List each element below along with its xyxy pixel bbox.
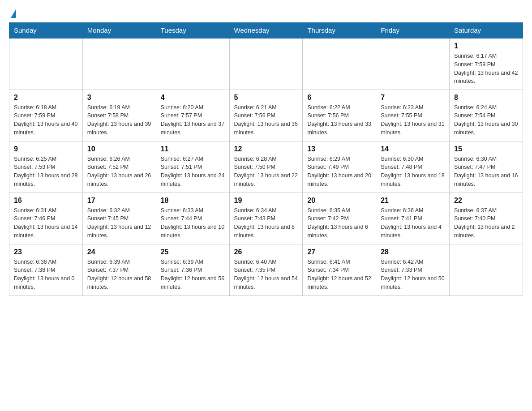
calendar-day-cell: 25Sunrise: 6:39 AMSunset: 7:36 PMDayligh… <box>156 244 229 295</box>
calendar-day-cell: 9Sunrise: 6:25 AMSunset: 7:53 PMDaylight… <box>9 141 83 193</box>
calendar-day-cell: 6Sunrise: 6:22 AMSunset: 7:56 PMDaylight… <box>303 90 376 141</box>
day-info: Sunrise: 6:27 AMSunset: 7:51 PMDaylight:… <box>161 155 225 188</box>
day-number: 12 <box>234 145 298 153</box>
day-number: 22 <box>454 197 518 205</box>
day-number: 1 <box>454 42 518 50</box>
calendar-day-cell: 14Sunrise: 6:30 AMSunset: 7:48 PMDayligh… <box>376 141 450 193</box>
day-number: 9 <box>14 145 78 153</box>
day-info: Sunrise: 6:30 AMSunset: 7:48 PMDaylight:… <box>381 155 445 188</box>
day-info: Sunrise: 6:35 AMSunset: 7:42 PMDaylight:… <box>307 206 371 240</box>
day-of-week-header: Tuesday <box>156 23 229 39</box>
calendar-day-cell: 11Sunrise: 6:27 AMSunset: 7:51 PMDayligh… <box>156 141 229 193</box>
calendar-day-cell: 26Sunrise: 6:40 AMSunset: 7:35 PMDayligh… <box>229 244 303 295</box>
day-number: 19 <box>234 197 298 205</box>
calendar-day-cell: 5Sunrise: 6:21 AMSunset: 7:56 PMDaylight… <box>229 90 303 141</box>
day-info: Sunrise: 6:26 AMSunset: 7:52 PMDaylight:… <box>87 155 151 188</box>
calendar-week-row: 2Sunrise: 6:18 AMSunset: 7:59 PMDaylight… <box>9 90 523 141</box>
calendar-day-cell: 18Sunrise: 6:33 AMSunset: 7:44 PMDayligh… <box>156 193 229 244</box>
calendar-day-cell: 22Sunrise: 6:37 AMSunset: 7:40 PMDayligh… <box>450 193 523 244</box>
calendar-day-cell <box>450 244 523 295</box>
logo-triangle-icon <box>11 9 16 18</box>
day-info: Sunrise: 6:19 AMSunset: 7:58 PMDaylight:… <box>87 103 151 137</box>
calendar-day-cell: 12Sunrise: 6:28 AMSunset: 7:50 PMDayligh… <box>229 141 303 193</box>
day-number: 17 <box>87 197 151 205</box>
calendar-day-cell: 19Sunrise: 6:34 AMSunset: 7:43 PMDayligh… <box>229 193 303 244</box>
day-info: Sunrise: 6:38 AMSunset: 7:38 PMDaylight:… <box>14 258 78 291</box>
calendar-day-cell: 10Sunrise: 6:26 AMSunset: 7:52 PMDayligh… <box>82 141 156 193</box>
day-info: Sunrise: 6:39 AMSunset: 7:37 PMDaylight:… <box>87 258 151 291</box>
calendar-week-row: 9Sunrise: 6:25 AMSunset: 7:53 PMDaylight… <box>9 141 523 193</box>
day-info: Sunrise: 6:39 AMSunset: 7:36 PMDaylight:… <box>161 258 225 291</box>
calendar-week-row: 1Sunrise: 6:17 AMSunset: 7:59 PMDaylight… <box>9 38 523 90</box>
calendar-week-row: 16Sunrise: 6:31 AMSunset: 7:46 PMDayligh… <box>9 193 523 244</box>
day-info: Sunrise: 6:22 AMSunset: 7:56 PMDaylight:… <box>307 103 371 137</box>
calendar-day-cell <box>9 38 83 90</box>
calendar-day-cell: 7Sunrise: 6:23 AMSunset: 7:55 PMDaylight… <box>376 90 450 141</box>
day-number: 2 <box>14 94 78 102</box>
day-number: 24 <box>87 248 151 256</box>
calendar-day-cell: 4Sunrise: 6:20 AMSunset: 7:57 PMDaylight… <box>156 90 229 141</box>
day-number: 18 <box>161 197 225 205</box>
day-number: 10 <box>87 145 151 153</box>
calendar-day-cell: 20Sunrise: 6:35 AMSunset: 7:42 PMDayligh… <box>303 193 376 244</box>
day-number: 6 <box>307 94 371 102</box>
calendar-day-cell: 1Sunrise: 6:17 AMSunset: 7:59 PMDaylight… <box>450 38 523 90</box>
day-of-week-header: Wednesday <box>229 23 303 39</box>
logo <box>9 9 16 18</box>
day-number: 23 <box>14 248 78 256</box>
day-info: Sunrise: 6:21 AMSunset: 7:56 PMDaylight:… <box>234 103 298 137</box>
day-info: Sunrise: 6:23 AMSunset: 7:55 PMDaylight:… <box>381 103 445 137</box>
calendar-day-cell: 28Sunrise: 6:42 AMSunset: 7:33 PMDayligh… <box>376 244 450 295</box>
calendar-day-cell: 27Sunrise: 6:41 AMSunset: 7:34 PMDayligh… <box>303 244 376 295</box>
day-number: 27 <box>307 248 371 256</box>
day-of-week-header: Monday <box>82 23 156 39</box>
day-info: Sunrise: 6:40 AMSunset: 7:35 PMDaylight:… <box>234 258 298 291</box>
day-info: Sunrise: 6:30 AMSunset: 7:47 PMDaylight:… <box>454 155 518 188</box>
day-number: 21 <box>381 197 445 205</box>
day-number: 28 <box>381 248 445 256</box>
day-of-week-header: Friday <box>376 23 450 39</box>
day-info: Sunrise: 6:17 AMSunset: 7:59 PMDaylight:… <box>454 52 518 86</box>
day-info: Sunrise: 6:33 AMSunset: 7:44 PMDaylight:… <box>161 206 225 240</box>
calendar-day-cell: 3Sunrise: 6:19 AMSunset: 7:58 PMDaylight… <box>82 90 156 141</box>
calendar-day-cell: 15Sunrise: 6:30 AMSunset: 7:47 PMDayligh… <box>450 141 523 193</box>
calendar-day-cell: 13Sunrise: 6:29 AMSunset: 7:49 PMDayligh… <box>303 141 376 193</box>
day-number: 13 <box>307 145 371 153</box>
calendar-day-cell: 21Sunrise: 6:36 AMSunset: 7:41 PMDayligh… <box>376 193 450 244</box>
day-number: 16 <box>14 197 78 205</box>
day-info: Sunrise: 6:18 AMSunset: 7:59 PMDaylight:… <box>14 103 78 137</box>
day-of-week-header: Thursday <box>303 23 376 39</box>
day-info: Sunrise: 6:24 AMSunset: 7:54 PMDaylight:… <box>454 103 518 137</box>
calendar-day-cell <box>229 38 303 90</box>
calendar-day-cell: 8Sunrise: 6:24 AMSunset: 7:54 PMDaylight… <box>450 90 523 141</box>
calendar-day-cell: 2Sunrise: 6:18 AMSunset: 7:59 PMDaylight… <box>9 90 83 141</box>
calendar-day-cell: 23Sunrise: 6:38 AMSunset: 7:38 PMDayligh… <box>9 244 83 295</box>
day-number: 20 <box>307 197 371 205</box>
calendar-day-cell: 24Sunrise: 6:39 AMSunset: 7:37 PMDayligh… <box>82 244 156 295</box>
day-info: Sunrise: 6:31 AMSunset: 7:46 PMDaylight:… <box>14 206 78 240</box>
day-number: 8 <box>454 94 518 102</box>
day-number: 3 <box>87 94 151 102</box>
day-info: Sunrise: 6:42 AMSunset: 7:33 PMDaylight:… <box>381 258 445 291</box>
calendar-day-cell <box>156 38 229 90</box>
calendar-week-row: 23Sunrise: 6:38 AMSunset: 7:38 PMDayligh… <box>9 244 523 295</box>
day-number: 14 <box>381 145 445 153</box>
calendar-day-cell <box>82 38 156 90</box>
day-info: Sunrise: 6:20 AMSunset: 7:57 PMDaylight:… <box>161 103 225 137</box>
day-info: Sunrise: 6:36 AMSunset: 7:41 PMDaylight:… <box>381 206 445 240</box>
day-of-week-header: Sunday <box>9 23 83 39</box>
day-number: 26 <box>234 248 298 256</box>
day-number: 25 <box>161 248 225 256</box>
day-info: Sunrise: 6:37 AMSunset: 7:40 PMDaylight:… <box>454 206 518 240</box>
calendar-table: SundayMondayTuesdayWednesdayThursdayFrid… <box>9 22 523 296</box>
calendar-day-cell <box>303 38 376 90</box>
day-info: Sunrise: 6:34 AMSunset: 7:43 PMDaylight:… <box>234 206 298 240</box>
day-info: Sunrise: 6:25 AMSunset: 7:53 PMDaylight:… <box>14 155 78 188</box>
day-number: 11 <box>161 145 225 153</box>
day-of-week-header: Saturday <box>450 23 523 39</box>
calendar-day-cell: 17Sunrise: 6:32 AMSunset: 7:45 PMDayligh… <box>82 193 156 244</box>
page-header <box>9 9 523 18</box>
day-number: 7 <box>381 94 445 102</box>
calendar-day-cell <box>376 38 450 90</box>
day-info: Sunrise: 6:41 AMSunset: 7:34 PMDaylight:… <box>307 258 371 291</box>
